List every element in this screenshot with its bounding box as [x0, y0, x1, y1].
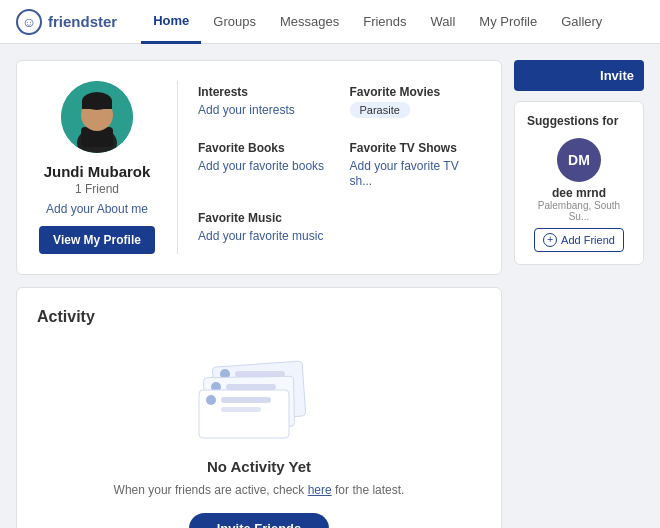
view-profile-button[interactable]: View My Profile [39, 226, 155, 254]
favorite-music-section: Favorite Music Add your favorite music [198, 211, 330, 254]
add-about-link[interactable]: Add your About me [46, 202, 148, 216]
profile-left: Jundi Mubarok 1 Friend Add your About me… [37, 81, 157, 254]
no-activity-here-link[interactable]: here [308, 483, 332, 497]
profile-interests: Interests Add your interests Favorite Mo… [198, 81, 481, 254]
add-friend-button[interactable]: + Add Friend [534, 228, 624, 252]
add-friend-label: Add Friend [561, 234, 615, 246]
no-activity-text-before: When your friends are active, check [114, 483, 308, 497]
nav-messages[interactable]: Messages [268, 0, 351, 44]
invite-button[interactable]: Invite [514, 60, 644, 91]
profile-friends-count: 1 Friend [75, 182, 119, 196]
nav-my-profile[interactable]: My Profile [467, 0, 549, 44]
interests-section: Interests Add your interests [198, 85, 330, 129]
favorite-music-link[interactable]: Add your favorite music [198, 229, 323, 243]
svg-rect-12 [226, 384, 276, 390]
interests-title: Interests [198, 85, 330, 99]
invite-friends-button[interactable]: Invite Friends [189, 513, 330, 528]
favorite-movies-section: Favorite Movies Parasite [350, 85, 482, 129]
favorite-books-section: Favorite Books Add your favorite books [198, 141, 330, 199]
activity-illustration [37, 342, 481, 442]
nav-home[interactable]: Home [141, 0, 201, 44]
nav-gallery[interactable]: Gallery [549, 0, 614, 44]
suggestions-title: Suggestions for [527, 114, 631, 128]
suggestion-item: DM dee mrnd Palembang, South Su... + Add… [527, 138, 631, 252]
profile-name: Jundi Mubarok [44, 163, 151, 180]
add-friend-icon: + [543, 233, 557, 247]
activity-title: Activity [37, 308, 481, 326]
activity-svg [189, 342, 329, 442]
svg-rect-5 [82, 101, 112, 109]
svg-rect-17 [221, 407, 261, 412]
avatar-svg [61, 81, 133, 153]
favorite-books-title: Favorite Books [198, 141, 330, 155]
favorite-music-title: Favorite Music [198, 211, 330, 225]
nav-friends[interactable]: Friends [351, 0, 418, 44]
favorite-tv-title: Favorite TV Shows [350, 141, 482, 155]
favorite-books-link[interactable]: Add your favorite books [198, 159, 324, 173]
logo-text: friendster [48, 13, 117, 30]
nav-wall[interactable]: Wall [419, 0, 468, 44]
no-activity-text-after: for the latest. [332, 483, 405, 497]
favorite-tv-link[interactable]: Add your favorite TV sh... [350, 159, 459, 188]
profile-card: Jundi Mubarok 1 Friend Add your About me… [16, 60, 502, 275]
main-container: Jundi Mubarok 1 Friend Add your About me… [0, 44, 660, 528]
no-activity-title: No Activity Yet [37, 458, 481, 475]
suggestion-name: dee mrnd [552, 186, 606, 200]
right-column: Invite Suggestions for DM dee mrnd Palem… [514, 60, 644, 528]
activity-card: Activity [16, 287, 502, 528]
nav-groups[interactable]: Groups [201, 0, 268, 44]
nav-links: Home Groups Messages Friends Wall My Pro… [141, 0, 614, 44]
suggestion-location: Palembang, South Su... [527, 200, 631, 222]
suggestion-initials: DM [568, 152, 590, 168]
profile-divider [177, 81, 178, 254]
logo: ☺ friendster [16, 9, 117, 35]
avatar [61, 81, 133, 153]
interests-link[interactable]: Add your interests [198, 103, 295, 117]
navbar: ☺ friendster Home Groups Messages Friend… [0, 0, 660, 44]
suggestion-avatar: DM [557, 138, 601, 182]
favorite-movies-title: Favorite Movies [350, 85, 482, 99]
favorite-movies-badge: Parasite [350, 102, 410, 118]
svg-point-15 [206, 395, 216, 405]
no-activity-subtitle: When your friends are active, check here… [37, 483, 481, 497]
suggestions-card: Suggestions for DM dee mrnd Palembang, S… [514, 101, 644, 265]
svg-rect-16 [221, 397, 271, 403]
logo-icon: ☺ [16, 9, 42, 35]
left-column: Jundi Mubarok 1 Friend Add your About me… [16, 60, 502, 528]
favorite-tv-section: Favorite TV Shows Add your favorite TV s… [350, 141, 482, 199]
